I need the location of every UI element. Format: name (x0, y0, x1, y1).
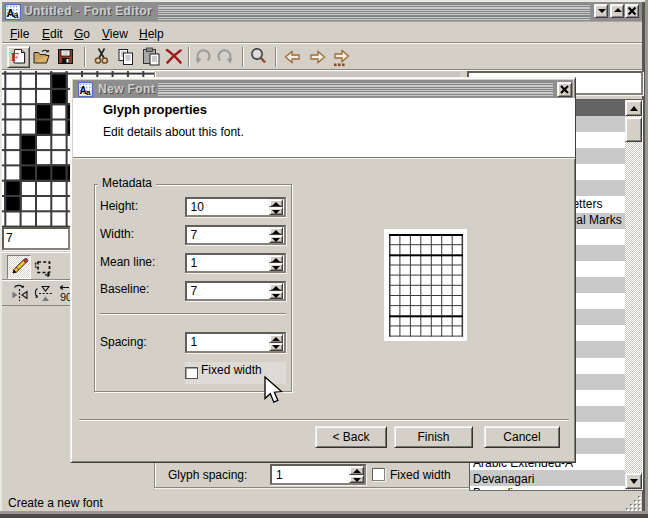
svg-text:a: a (86, 88, 91, 97)
svg-text:t: t (35, 260, 38, 270)
svg-text:F: F (11, 49, 19, 64)
